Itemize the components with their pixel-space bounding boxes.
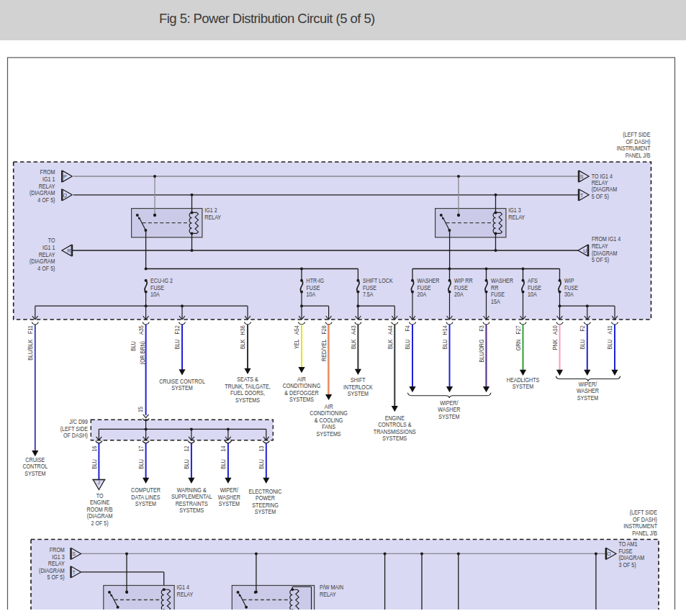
svg-text:20A: 20A: [418, 291, 427, 299]
svg-text:CRUISE: CRUISE: [25, 456, 45, 463]
svg-text:SYSTEMS: SYSTEMS: [382, 435, 407, 443]
svg-text:BLU: BLU: [174, 339, 181, 349]
svg-text:15A: 15A: [491, 298, 500, 305]
svg-text:3 OF 5): 3 OF 5): [619, 561, 636, 569]
svg-text:SEATS &: SEATS &: [237, 376, 258, 384]
svg-text:HEADLIGHTS: HEADLIGHTS: [507, 376, 540, 384]
svg-text:(LEFT SIDE: (LEFT SIDE: [623, 132, 650, 139]
svg-text:ENGINE: ENGINE: [90, 499, 109, 507]
svg-text:IG1 3: IG1 3: [508, 207, 521, 214]
svg-text:WIP RR: WIP RR: [454, 277, 473, 284]
svg-text:SYSTEM: SYSTEM: [438, 413, 459, 420]
svg-text:(LEFT SIDE: (LEFT SIDE: [60, 425, 88, 432]
svg-text:SYSTEM: SYSTEM: [171, 385, 192, 392]
svg-text:4 OF 5): 4 OF 5): [37, 196, 55, 204]
svg-text:AFS: AFS: [528, 277, 538, 284]
svg-text:WASHER: WASHER: [491, 277, 513, 284]
svg-text:SYSTEM: SYSTEM: [135, 501, 156, 508]
svg-text:WIPER/: WIPER/: [579, 381, 597, 388]
svg-text:(DIAGRAM: (DIAGRAM: [87, 513, 113, 520]
svg-text:RELAY: RELAY: [592, 179, 609, 186]
svg-text:TRANSMISSIONS: TRANSMISSIONS: [374, 428, 416, 435]
svg-text:S: S: [580, 173, 584, 180]
svg-text:SYSTEM: SYSTEM: [24, 470, 45, 477]
svg-text:7.5A: 7.5A: [363, 291, 374, 299]
svg-text:2 OF 5): 2 OF 5): [91, 520, 109, 527]
svg-text:FUSE: FUSE: [564, 284, 578, 291]
svg-text:DATA LINES: DATA LINES: [131, 494, 160, 501]
svg-text:F2: F2: [579, 325, 586, 331]
svg-text:ELECTRONIC: ELECTRONIC: [249, 488, 282, 495]
svg-text:GRN: GRN: [515, 339, 522, 350]
svg-text:SYSTEM: SYSTEM: [513, 384, 533, 391]
svg-text:IG1 1: IG1 1: [42, 176, 55, 183]
svg-text:ENGINE: ENGINE: [385, 415, 405, 422]
svg-text:IG1 4: IG1 4: [177, 584, 190, 592]
svg-text:BLK: BLK: [350, 339, 357, 349]
svg-text:CONTROLS &: CONTROLS &: [378, 422, 412, 429]
svg-text:BLU: BLU: [130, 341, 137, 351]
svg-text:WIPER/: WIPER/: [440, 399, 459, 407]
svg-text:BLU/ORG: BLU/ORG: [478, 340, 485, 363]
svg-text:TO IG1 4: TO IG1 4: [592, 173, 613, 180]
svg-text:COMPUTER: COMPUTER: [131, 487, 161, 494]
svg-text:CRUISE CONTROL: CRUISE CONTROL: [159, 378, 205, 385]
svg-text:IG1 2: IG1 2: [204, 207, 217, 214]
svg-text:FUSE: FUSE: [619, 548, 633, 555]
svg-text:10A: 10A: [150, 291, 160, 299]
svg-text:5 OF 5): 5 OF 5): [48, 574, 65, 581]
svg-text:P/W MAIN: P/W MAIN: [320, 584, 344, 592]
svg-text:SYSTEM: SYSTEM: [577, 394, 598, 402]
svg-text:WASHER: WASHER: [418, 277, 440, 284]
svg-text:(LEFT SIDE: (LEFT SIDE: [630, 509, 657, 516]
svg-text:A54: A54: [294, 325, 301, 335]
svg-text:PANEL J/B: PANEL J/B: [626, 152, 651, 159]
svg-text:BLU: BLU: [184, 459, 191, 469]
svg-text:O: O: [607, 551, 611, 557]
svg-text:INSTRUMENT: INSTRUMENT: [623, 522, 657, 530]
svg-text:(DIAGRAM: (DIAGRAM: [39, 567, 65, 574]
svg-text:IG1 1: IG1 1: [42, 244, 55, 251]
svg-text:STEERING: STEERING: [252, 502, 278, 509]
svg-text:F11: F11: [27, 325, 34, 334]
svg-text:TO: TO: [48, 237, 55, 245]
svg-text:IG1 3: IG1 3: [52, 553, 65, 561]
svg-text:WASHER: WASHER: [218, 494, 240, 501]
svg-text:FUSE: FUSE: [363, 284, 376, 291]
svg-text:FUEL DOORS,: FUEL DOORS,: [230, 390, 265, 397]
svg-text:SHIFT LOCK: SHIFT LOCK: [363, 277, 394, 284]
svg-text:A35: A35: [137, 325, 145, 335]
svg-text:BLU: BLU: [579, 339, 587, 349]
svg-text:J/C D99: J/C D99: [69, 419, 88, 426]
svg-text:BLU: BLU: [220, 459, 227, 469]
svg-text:RED/YEL: RED/YEL: [320, 339, 328, 361]
svg-text:TO: TO: [96, 492, 104, 499]
svg-text:FUSE: FUSE: [454, 284, 468, 291]
svg-text:5 OF 5): 5 OF 5): [592, 257, 609, 264]
svg-text:BLK: BLK: [387, 339, 394, 349]
svg-text:TRUNK, TAILGATE,: TRUNK, TAILGATE,: [225, 383, 271, 390]
svg-text:(OR BRN): (OR BRN): [139, 341, 146, 365]
svg-text:(DIAGRAM: (DIAGRAM: [30, 258, 55, 266]
svg-text:F4: F4: [405, 325, 412, 332]
svg-text:10A: 10A: [307, 291, 316, 299]
svg-text:4 OF 5): 4 OF 5): [37, 266, 55, 273]
svg-text:CONDITIONING: CONDITIONING: [283, 383, 321, 390]
svg-text:F3: F3: [478, 325, 485, 332]
svg-text:YEL: YEL: [294, 339, 301, 349]
svg-text:WIP: WIP: [564, 277, 574, 284]
svg-text:ROOM R/B: ROOM R/B: [87, 506, 113, 513]
svg-text:BLU: BLU: [91, 459, 98, 469]
svg-text:AIR: AIR: [297, 376, 306, 383]
svg-text:HTR-IG: HTR-IG: [307, 277, 325, 284]
svg-text:BLU: BLU: [441, 339, 448, 349]
svg-text:(DIAGRAM: (DIAGRAM: [592, 250, 618, 257]
svg-text:13: 13: [258, 445, 265, 452]
svg-text:F12: F12: [174, 325, 181, 334]
svg-text:(DIAGRAM: (DIAGRAM: [592, 186, 618, 194]
svg-text:FUSE: FUSE: [491, 291, 505, 299]
svg-text:CONTROL: CONTROL: [22, 463, 48, 470]
svg-text:OF DASH): OF DASH): [633, 516, 657, 523]
svg-text:WIPER/: WIPER/: [220, 487, 239, 494]
svg-text:BLU: BLU: [607, 339, 614, 349]
